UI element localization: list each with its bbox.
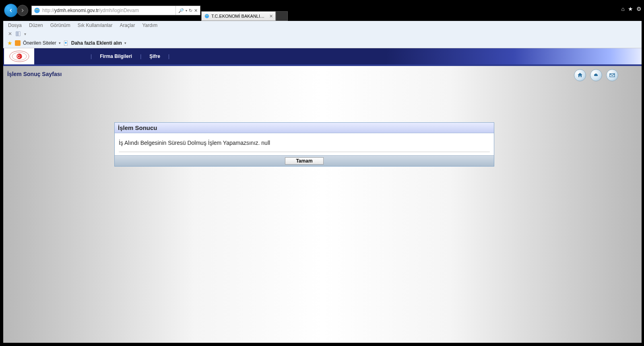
home-icon[interactable]: ⌂	[621, 6, 625, 12]
browser-menubar: Dosya Düzen Görünüm Sık Kullanılanlar Ar…	[3, 21, 642, 30]
favorites-bar: ★ Önerilen Siteler ▾ Daha fazla Eklenti …	[3, 38, 642, 48]
command-bar: ✕ ▾	[3, 30, 642, 38]
dialog-body: İş Alındı Belgesinin Süresü Dolmuş İşlem…	[115, 133, 494, 155]
forward-button	[17, 5, 28, 16]
get-addons-link[interactable]: Daha fazla Eklenti alın	[71, 40, 122, 46]
result-dialog: İşlem Sonucu İş Alındı Belgesinin Süresü…	[114, 122, 494, 167]
menu-tools[interactable]: Araçlar	[120, 23, 135, 28]
nav-buttons	[4, 4, 28, 17]
close-toolbar-icon[interactable]: ✕	[8, 31, 12, 37]
svg-rect-2	[16, 32, 18, 36]
svg-point-5	[65, 42, 67, 44]
dialog-message: İş Alındı Belgesinin Süresü Dolmuş İşlem…	[119, 140, 490, 146]
menu-view[interactable]: Görünüm	[50, 23, 70, 28]
browser-tab[interactable]: T.C.EKONOMİ BAKANLIĞI -... ✕	[201, 11, 276, 21]
address-right-controls: 🔎 ▾ ↻ ✕	[175, 6, 200, 15]
search-icon[interactable]: 🔎	[178, 8, 184, 13]
tab-strip: T.C.EKONOMİ BAKANLIĞI -... ✕	[201, 0, 288, 21]
app-menu: | Firma Bilgileri | Şifre |	[91, 54, 169, 59]
suggested-dropdown-icon[interactable]: ▾	[59, 41, 61, 45]
home-page-icon[interactable]	[574, 69, 586, 81]
menu-file[interactable]: Dosya	[8, 23, 22, 28]
menu-edit[interactable]: Düzen	[29, 23, 43, 28]
menu-help[interactable]: Yardım	[142, 23, 157, 28]
dialog-footer: Tamam	[115, 155, 494, 166]
tools-icon[interactable]: ⚙	[636, 6, 642, 12]
window-frame	[0, 21, 3, 346]
window-frame	[0, 343, 644, 346]
address-bar[interactable]: http://ydmh.ekonomi.gov.tr/ydmh/loginDev…	[31, 6, 200, 15]
tab-title: T.C.EKONOMİ BAKANLIĞI -...	[211, 14, 268, 19]
suggested-sites-link[interactable]: Önerilen Siteler	[23, 40, 56, 46]
svg-point-0	[34, 8, 40, 13]
addons-dropdown-icon[interactable]: ▾	[124, 41, 126, 45]
app-logo	[4, 48, 34, 64]
tab-close-icon[interactable]: ✕	[269, 14, 273, 19]
menu-sifre[interactable]: Şifre	[149, 54, 160, 59]
page-title: İşlem Sonuç Sayfası	[6, 69, 62, 79]
suggested-sites-icon	[15, 40, 21, 46]
browser-titlebar: http://ydmh.ekonomi.gov.tr/ydmh/loginDev…	[0, 0, 644, 21]
page-action-icons	[574, 69, 638, 81]
mail-page-icon[interactable]	[606, 69, 618, 81]
tab-favicon-icon	[204, 13, 210, 19]
app-header: | Firma Bilgileri | Şifre |	[3, 48, 642, 66]
new-tab-button[interactable]	[276, 11, 288, 21]
cloud-page-icon[interactable]	[590, 69, 602, 81]
window-frame	[642, 21, 644, 346]
refresh-icon[interactable]: ↻	[189, 8, 192, 13]
favorites-icon[interactable]: ★	[628, 6, 633, 12]
back-button[interactable]	[4, 4, 18, 17]
add-favorite-icon[interactable]: ★	[7, 40, 12, 46]
menu-firma-bilgileri[interactable]: Firma Bilgileri	[100, 54, 132, 59]
svg-point-1	[205, 14, 209, 19]
stop-icon[interactable]: ✕	[194, 8, 198, 13]
dialog-header: İşlem Sonucu	[115, 123, 494, 133]
ok-button[interactable]: Tamam	[285, 157, 324, 165]
menu-favorites[interactable]: Sık Kullanılanlar	[78, 23, 113, 28]
compat-dropdown-icon[interactable]: ▾	[24, 32, 26, 36]
compat-view-icon[interactable]	[15, 31, 21, 37]
ie-favicon-icon	[33, 7, 41, 14]
search-dropdown-icon[interactable]: ▾	[186, 9, 187, 12]
address-text: http://ydmh.ekonomi.gov.tr/ydmh/loginDev…	[42, 8, 175, 13]
dialog-divider	[119, 152, 490, 152]
page-body: İşlem Sonuç Sayfası İşlem Sonucu İş Alın…	[3, 66, 642, 344]
svg-rect-3	[19, 32, 21, 36]
page-icon	[63, 40, 69, 46]
titlebar-right-controls: ⌂ ★ ⚙	[621, 6, 642, 12]
